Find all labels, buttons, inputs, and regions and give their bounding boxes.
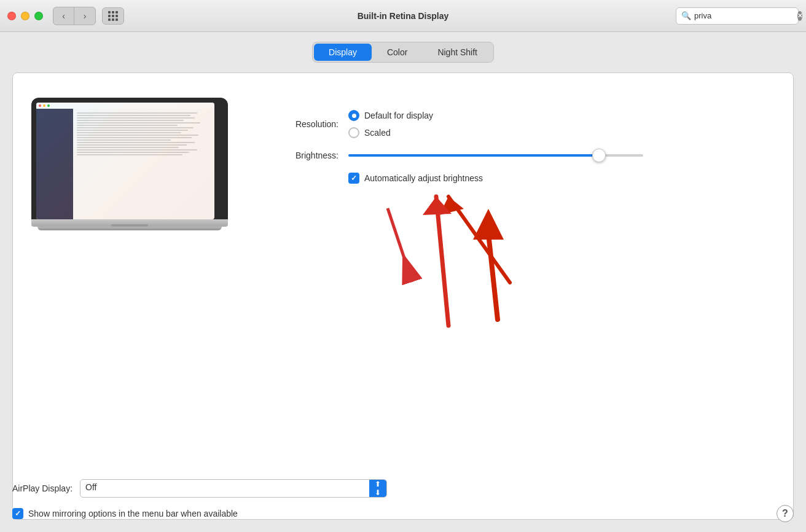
airplay-chevron-icon[interactable]: ⬆⬇ [369,480,386,497]
resolution-radio-group: Default for display Scaled [348,110,433,138]
laptop-bottom [37,227,222,230]
brightness-slider-container [348,154,643,157]
titlebar: ‹ › Built-in Retina Display 🔍 ✕ [0,0,806,32]
laptop-base [31,219,228,227]
screen-sidebar [36,109,73,219]
auto-brightness-row: ✓ Automatically adjust brightness [348,173,775,184]
close-button[interactable] [7,12,16,20]
laptop-screen [36,103,214,219]
brightness-slider-thumb[interactable] [592,149,606,162]
traffic-lights [7,12,43,20]
bottom-section: AirPlay Display: Off ⬆⬇ ✓ Show mirroring… [0,472,806,532]
tabs-container: Display Color Night Shift [312,42,494,63]
screen-min-dot [43,104,45,107]
screen-main [73,109,214,219]
help-button[interactable]: ? [777,505,794,522]
resolution-scaled-label: Scaled [364,128,391,138]
screen-content [36,103,214,219]
tab-display[interactable]: Display [314,44,372,61]
screen-close-dot [39,104,41,107]
nav-buttons: ‹ › [53,7,96,25]
airplay-value: Off [80,480,369,497]
resolution-row: Resolution: Default for display Scaled [265,110,775,138]
forward-button[interactable]: › [74,7,95,25]
grid-icon [108,11,118,21]
chevron-up-down-icon: ⬆⬇ [375,480,381,497]
search-input[interactable] [694,11,797,20]
resolution-scaled-option[interactable]: Scaled [348,127,433,138]
resolution-default-option[interactable]: Default for display [348,110,433,121]
search-icon: 🔍 [681,11,691,20]
screen-menubar [36,103,214,109]
resolution-scaled-radio[interactable] [348,127,359,138]
tab-bar: Display Color Night Shift [12,42,794,63]
screen-max-dot [47,104,50,107]
brightness-label: Brightness: [265,151,338,160]
airplay-label: AirPlay Display: [12,483,72,493]
grid-button[interactable] [102,7,124,25]
airplay-select-wrapper[interactable]: Off ⬆⬇ [80,479,387,498]
search-clear-button[interactable]: ✕ [797,11,802,21]
brightness-slider-track[interactable] [348,154,643,157]
auto-brightness-label: Automatically adjust brightness [364,173,483,183]
airplay-row: AirPlay Display: Off ⬆⬇ [12,479,794,498]
resolution-default-radio[interactable] [348,110,359,121]
main-content: Display Color Night Shift [0,32,806,532]
screen-body [36,109,214,219]
checkmark-icon: ✓ [351,174,357,182]
laptop [31,98,228,230]
svg-line-1 [388,208,412,282]
settings-panel: Resolution: Default for display Scaled [12,72,794,520]
tab-color[interactable]: Color [372,44,422,61]
tab-night-shift[interactable]: Night Shift [423,44,492,61]
mirroring-checkmark-icon: ✓ [15,510,21,517]
resolution-label: Resolution: [265,119,338,129]
settings-controls: Resolution: Default for display Scaled [265,98,775,194]
mirroring-label: Show mirroring options in the menu bar w… [28,509,238,518]
radio-inner-dot [352,114,356,118]
annotation-arrow [375,196,449,294]
search-box: 🔍 ✕ [676,7,799,25]
minimize-button[interactable] [21,12,29,20]
back-button[interactable]: ‹ [53,7,74,25]
mirroring-checkbox[interactable]: ✓ [12,508,23,519]
mirroring-row: ✓ Show mirroring options in the menu bar… [12,508,238,519]
brightness-row: Brightness: [265,151,775,160]
resolution-default-label: Default for display [364,111,433,120]
maximize-button[interactable] [34,12,43,20]
auto-brightness-checkbox[interactable]: ✓ [348,173,359,184]
mirroring-section: ✓ Show mirroring options in the menu bar… [12,505,794,522]
laptop-screen-outer [31,98,228,219]
laptop-preview [31,98,228,230]
window-title: Built-in Retina Display [358,11,449,21]
